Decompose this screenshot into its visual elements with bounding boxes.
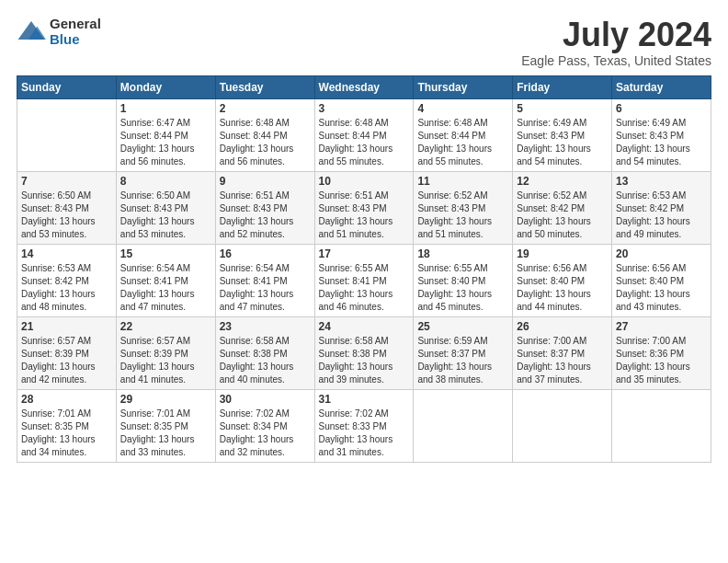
day-number: 15 xyxy=(120,247,211,260)
day-number: 29 xyxy=(120,393,211,406)
day-number: 27 xyxy=(616,320,707,333)
calendar-day-cell: 28Sunrise: 7:01 AMSunset: 8:35 PMDayligh… xyxy=(17,389,117,462)
day-number: 17 xyxy=(319,247,410,260)
calendar-day-cell: 27Sunrise: 7:00 AMSunset: 8:36 PMDayligh… xyxy=(612,316,711,389)
calendar-day-header: Wednesday xyxy=(314,75,414,98)
day-info: Sunrise: 7:01 AMSunset: 8:35 PMDaylight:… xyxy=(21,408,112,459)
calendar-day-cell: 5Sunrise: 6:49 AMSunset: 8:43 PMDaylight… xyxy=(513,98,612,171)
calendar-day-cell: 4Sunrise: 6:48 AMSunset: 8:44 PMDaylight… xyxy=(414,98,513,171)
day-info: Sunrise: 6:57 AMSunset: 8:39 PMDaylight:… xyxy=(120,335,211,386)
page: General Blue July 2024 Eagle Pass, Texas… xyxy=(0,0,728,563)
calendar-week-row: 7Sunrise: 6:50 AMSunset: 8:43 PMDaylight… xyxy=(17,171,711,244)
day-number: 31 xyxy=(319,393,410,406)
day-info: Sunrise: 6:55 AMSunset: 8:41 PMDaylight:… xyxy=(319,262,410,314)
calendar-day-header: Saturday xyxy=(612,75,711,98)
day-info: Sunrise: 6:57 AMSunset: 8:39 PMDaylight:… xyxy=(21,335,112,386)
day-number: 20 xyxy=(616,247,707,260)
day-info: Sunrise: 6:49 AMSunset: 8:43 PMDaylight:… xyxy=(517,117,608,168)
day-number: 30 xyxy=(220,393,311,406)
logo-icon xyxy=(17,17,46,47)
day-info: Sunrise: 7:02 AMSunset: 8:34 PMDaylight:… xyxy=(220,408,311,459)
day-number: 9 xyxy=(220,175,311,188)
calendar-day-cell: 14Sunrise: 6:53 AMSunset: 8:42 PMDayligh… xyxy=(17,244,117,316)
day-info: Sunrise: 6:52 AMSunset: 8:43 PMDaylight:… xyxy=(417,190,508,241)
day-number: 23 xyxy=(220,320,311,333)
day-number: 28 xyxy=(21,393,112,406)
calendar-week-row: 14Sunrise: 6:53 AMSunset: 8:42 PMDayligh… xyxy=(17,244,711,316)
calendar-day-cell: 10Sunrise: 6:51 AMSunset: 8:43 PMDayligh… xyxy=(314,171,414,244)
calendar-week-row: 1Sunrise: 6:47 AMSunset: 8:44 PMDaylight… xyxy=(17,98,711,171)
calendar-header-row: SundayMondayTuesdayWednesdayThursdayFrid… xyxy=(17,75,711,98)
calendar-day-header: Thursday xyxy=(414,75,513,98)
day-info: Sunrise: 7:02 AMSunset: 8:33 PMDaylight:… xyxy=(319,408,410,459)
location: Eagle Pass, Texas, United States xyxy=(521,53,711,68)
day-info: Sunrise: 7:00 AMSunset: 8:37 PMDaylight:… xyxy=(517,335,608,386)
calendar-day-cell: 31Sunrise: 7:02 AMSunset: 8:33 PMDayligh… xyxy=(314,389,414,462)
day-info: Sunrise: 6:52 AMSunset: 8:42 PMDaylight:… xyxy=(517,190,608,241)
day-info: Sunrise: 6:53 AMSunset: 8:42 PMDaylight:… xyxy=(616,190,707,241)
calendar-day-cell: 1Sunrise: 6:47 AMSunset: 8:44 PMDaylight… xyxy=(116,98,215,171)
day-number: 21 xyxy=(21,320,112,333)
day-number: 3 xyxy=(319,102,410,115)
calendar-day-cell: 12Sunrise: 6:52 AMSunset: 8:42 PMDayligh… xyxy=(513,171,612,244)
day-info: Sunrise: 6:56 AMSunset: 8:40 PMDaylight:… xyxy=(517,262,608,314)
day-number: 24 xyxy=(319,320,410,333)
day-info: Sunrise: 6:54 AMSunset: 8:41 PMDaylight:… xyxy=(220,262,311,314)
month-title: July 2024 xyxy=(521,17,711,53)
day-info: Sunrise: 6:48 AMSunset: 8:44 PMDaylight:… xyxy=(220,117,311,168)
calendar-day-cell: 26Sunrise: 7:00 AMSunset: 8:37 PMDayligh… xyxy=(513,316,612,389)
logo-text: General Blue xyxy=(50,17,101,47)
day-number: 11 xyxy=(417,175,508,188)
title-area: July 2024 Eagle Pass, Texas, United Stat… xyxy=(521,17,711,68)
day-number: 16 xyxy=(220,247,311,260)
day-number: 25 xyxy=(417,320,508,333)
day-number: 14 xyxy=(21,247,112,260)
day-info: Sunrise: 6:59 AMSunset: 8:37 PMDaylight:… xyxy=(417,335,508,386)
day-number: 22 xyxy=(120,320,211,333)
calendar-day-cell: 9Sunrise: 6:51 AMSunset: 8:43 PMDaylight… xyxy=(215,171,314,244)
calendar-day-cell: 24Sunrise: 6:58 AMSunset: 8:38 PMDayligh… xyxy=(314,316,414,389)
day-info: Sunrise: 6:50 AMSunset: 8:43 PMDaylight:… xyxy=(21,190,112,241)
day-number: 12 xyxy=(517,175,608,188)
calendar-week-row: 21Sunrise: 6:57 AMSunset: 8:39 PMDayligh… xyxy=(17,316,711,389)
day-number: 4 xyxy=(417,102,508,115)
logo-blue-label: Blue xyxy=(50,32,101,48)
day-number: 5 xyxy=(517,102,608,115)
day-number: 1 xyxy=(120,102,211,115)
calendar-day-cell: 21Sunrise: 6:57 AMSunset: 8:39 PMDayligh… xyxy=(17,316,117,389)
day-info: Sunrise: 6:53 AMSunset: 8:42 PMDaylight:… xyxy=(21,262,112,314)
day-number: 7 xyxy=(21,175,112,188)
calendar-table: SundayMondayTuesdayWednesdayThursdayFrid… xyxy=(17,75,711,463)
day-info: Sunrise: 7:01 AMSunset: 8:35 PMDaylight:… xyxy=(120,408,211,459)
calendar-day-cell: 19Sunrise: 6:56 AMSunset: 8:40 PMDayligh… xyxy=(513,244,612,316)
day-info: Sunrise: 6:58 AMSunset: 8:38 PMDaylight:… xyxy=(319,335,410,386)
calendar-day-header: Monday xyxy=(116,75,215,98)
day-number: 10 xyxy=(319,175,410,188)
calendar-day-cell xyxy=(612,389,711,462)
calendar-day-header: Sunday xyxy=(17,75,117,98)
logo-general-label: General xyxy=(50,17,101,32)
day-info: Sunrise: 6:58 AMSunset: 8:38 PMDaylight:… xyxy=(220,335,311,386)
calendar-day-cell: 18Sunrise: 6:55 AMSunset: 8:40 PMDayligh… xyxy=(414,244,513,316)
day-info: Sunrise: 6:54 AMSunset: 8:41 PMDaylight:… xyxy=(120,262,211,314)
day-number: 18 xyxy=(417,247,508,260)
calendar-day-cell: 3Sunrise: 6:48 AMSunset: 8:44 PMDaylight… xyxy=(314,98,414,171)
calendar-day-cell: 23Sunrise: 6:58 AMSunset: 8:38 PMDayligh… xyxy=(215,316,314,389)
calendar-day-cell: 7Sunrise: 6:50 AMSunset: 8:43 PMDaylight… xyxy=(17,171,117,244)
calendar-day-cell: 16Sunrise: 6:54 AMSunset: 8:41 PMDayligh… xyxy=(215,244,314,316)
day-number: 13 xyxy=(616,175,707,188)
calendar-day-cell xyxy=(513,389,612,462)
calendar-day-cell: 20Sunrise: 6:56 AMSunset: 8:40 PMDayligh… xyxy=(612,244,711,316)
day-info: Sunrise: 6:49 AMSunset: 8:43 PMDaylight:… xyxy=(616,117,707,168)
day-number: 8 xyxy=(120,175,211,188)
day-number: 6 xyxy=(616,102,707,115)
day-info: Sunrise: 7:00 AMSunset: 8:36 PMDaylight:… xyxy=(616,335,707,386)
calendar-week-row: 28Sunrise: 7:01 AMSunset: 8:35 PMDayligh… xyxy=(17,389,711,462)
calendar-day-cell xyxy=(17,98,117,171)
calendar-day-header: Tuesday xyxy=(215,75,314,98)
day-info: Sunrise: 6:55 AMSunset: 8:40 PMDaylight:… xyxy=(417,262,508,314)
day-info: Sunrise: 6:48 AMSunset: 8:44 PMDaylight:… xyxy=(417,117,508,168)
calendar-day-cell: 17Sunrise: 6:55 AMSunset: 8:41 PMDayligh… xyxy=(314,244,414,316)
day-number: 26 xyxy=(517,320,608,333)
day-info: Sunrise: 6:50 AMSunset: 8:43 PMDaylight:… xyxy=(120,190,211,241)
